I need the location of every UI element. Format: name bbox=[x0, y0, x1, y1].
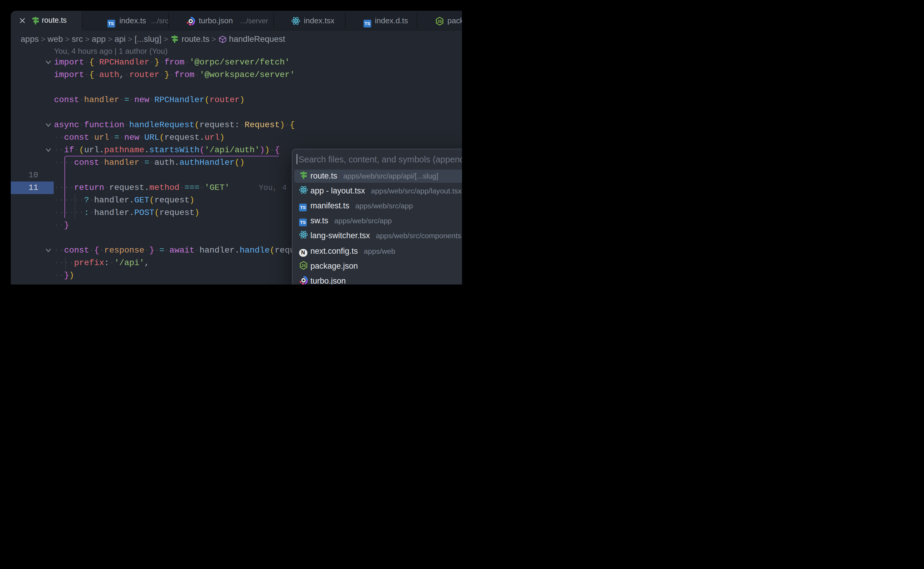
svg-text:JS: JS bbox=[301, 263, 306, 268]
svg-text:JS: JS bbox=[437, 19, 442, 23]
